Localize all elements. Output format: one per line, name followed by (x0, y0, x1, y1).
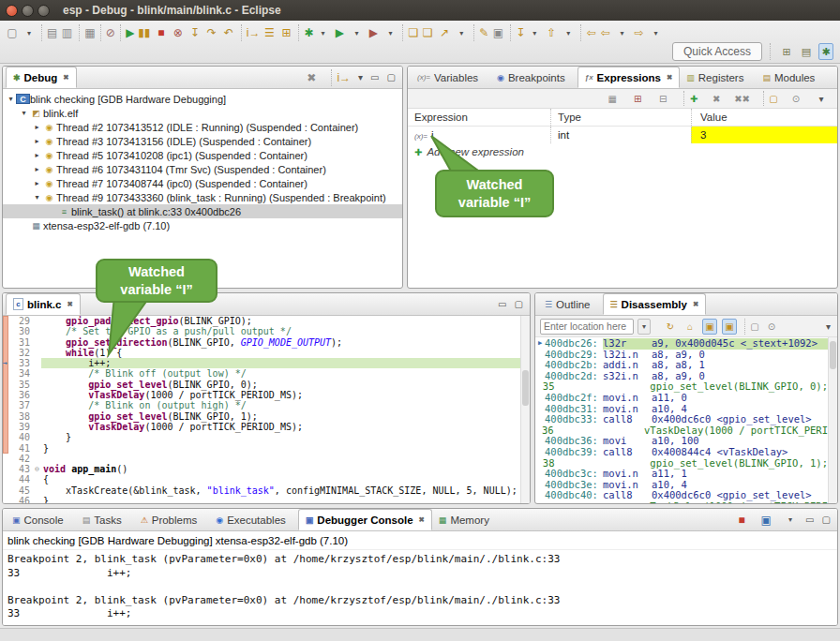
save-all-button[interactable]: ▥ (59, 24, 74, 41)
tab-executables[interactable]: ◉ Executables (209, 509, 298, 530)
close-button[interactable] (6, 5, 18, 17)
forward-dropdown[interactable]: ▾ (648, 24, 663, 41)
fold-icon[interactable] (33, 422, 41, 432)
open-resource-button[interactable]: ❏ (420, 24, 435, 41)
fold-icon[interactable] (33, 368, 41, 379)
tab-modules[interactable]: ▤ Modules (756, 67, 827, 88)
tree-item-thread-6[interactable]: ▸ ◉ Thread #6 1073431104 (Tmr Svc) (Susp… (3, 162, 402, 176)
refresh-view-button[interactable]: ↻ (663, 319, 678, 335)
new-view-button[interactable]: ▢ (744, 319, 759, 335)
next-annotation-button[interactable]: ⇧ (544, 24, 559, 41)
code-line[interactable]: → 33 i++; (3, 358, 520, 368)
tab-expressions[interactable]: ƒx Expressions ✖ (578, 67, 681, 88)
breakpoint-arrow-icon[interactable] (3, 337, 11, 348)
fold-icon[interactable] (33, 411, 41, 422)
code-line[interactable]: 36 vTaskDelay(1000 / portTICK_PERIOD_MS)… (3, 390, 520, 400)
instruction-stepping-toggle[interactable]: i→ (331, 69, 351, 86)
breakpoint-arrow-icon[interactable] (3, 380, 11, 390)
tree-item-thread-7[interactable]: ▸ ◉ Thread #7 1073408744 (ipc0) (Suspend… (3, 176, 402, 190)
fold-icon[interactable] (33, 474, 41, 484)
location-dropdown-icon[interactable]: ▾ (638, 319, 651, 335)
tab-tasks[interactable]: ▤ Tasks (76, 509, 134, 530)
toggle-mark-occurrences-button[interactable]: ▣ (490, 24, 505, 41)
breakpoint-arrow-icon[interactable] (3, 464, 11, 474)
breakpoint-arrow-icon[interactable] (3, 485, 11, 496)
next-annotation-dropdown[interactable]: ▾ (561, 24, 576, 41)
code-line[interactable]: 30 /* Set the GPIO as a push/pull output… (3, 326, 520, 336)
minimize-view-icon[interactable]: ▭ (805, 514, 814, 525)
tree-expand-arrow[interactable]: ▸ (32, 179, 42, 187)
editor-scrollbar[interactable] (520, 316, 530, 503)
close-tab-icon[interactable]: ✖ (67, 300, 72, 308)
pin-view-button[interactable]: ⊙ (764, 319, 779, 335)
fold-icon[interactable] (33, 432, 41, 442)
disassembly-line[interactable]: ▶ 400dbc26: l32ra9, 0x400d045c <_stext+1… (535, 338, 828, 350)
breakpoint-arrow-icon[interactable] (3, 454, 11, 464)
tree-item-thread-9[interactable]: ▾ ◉ Thread #9 1073433360 (blink_task : R… (3, 190, 402, 204)
code-line[interactable]: 32 while(1) { (3, 348, 520, 358)
disassembly-line[interactable]: 400dbc3c: movi.na11, 1 (535, 469, 828, 480)
breakpoint-arrow-icon[interactable] (3, 432, 11, 442)
tree-expand-arrow[interactable]: ▾ (32, 193, 42, 201)
fold-icon[interactable] (33, 316, 41, 326)
step-return-button[interactable]: ↶ (221, 24, 236, 41)
add-new-expression[interactable]: ✚ Add new expression (408, 143, 837, 160)
breakpoint-arrow-icon[interactable] (3, 443, 11, 454)
breakpoint-arrow-icon[interactable] (3, 326, 11, 336)
fold-icon[interactable] (33, 485, 41, 496)
code-line[interactable]: 41 } (3, 443, 520, 454)
sync-selection-toggle[interactable]: ▣ (722, 319, 737, 335)
run-button[interactable]: ▶ (332, 24, 347, 41)
forward-button[interactable]: ⇨ (631, 24, 646, 41)
show-logical-structure-button[interactable]: ⊞ (630, 91, 645, 106)
show-debug-elements-button[interactable]: ☰ (262, 24, 277, 41)
code-line[interactable]: 40 } (3, 432, 520, 442)
minimize-view-icon[interactable]: ▭ (498, 299, 506, 309)
close-tab-icon[interactable]: ✖ (693, 300, 698, 308)
tree-expand-arrow[interactable]: ▸ (32, 165, 42, 173)
disconnect-button[interactable]: ⊗ (171, 24, 186, 41)
back-button[interactable]: ⇦ (580, 24, 595, 41)
maximize-view-icon[interactable]: ▢ (387, 72, 396, 82)
fold-icon[interactable] (33, 443, 41, 454)
code-line[interactable]: 38 gpio_set_level(BLINK_GPIO, 1); (3, 411, 520, 422)
editor-content[interactable]: 29 gpio_pad_select_gpio(BLINK_GPIO); 30 … (3, 316, 530, 503)
fold-icon[interactable] (33, 380, 41, 390)
quick-access-button[interactable]: Quick Access (672, 42, 762, 61)
breakpoint-arrow-icon[interactable] (3, 496, 11, 503)
tab-outline[interactable]: ☰ Outline (538, 293, 603, 315)
last-edit-dropdown[interactable]: ▾ (527, 24, 542, 41)
breakpoint-arrow-icon[interactable] (3, 368, 11, 379)
tab-breakpoints[interactable]: ◉ Breakpoints (490, 67, 578, 88)
fold-icon[interactable] (33, 390, 41, 400)
run-dropdown[interactable]: ▾ (349, 24, 364, 41)
fold-icon[interactable] (33, 454, 41, 464)
tree-expand-arrow[interactable]: ▸ (32, 151, 42, 159)
home-button[interactable]: ⌂ (682, 319, 698, 335)
skip-all-breakpoints-button[interactable]: ⊘ (100, 24, 115, 41)
column-value[interactable]: Value (691, 109, 837, 126)
back-dropdown[interactable]: ▾ (614, 24, 629, 41)
fold-icon[interactable] (33, 326, 41, 336)
code-line[interactable]: 42 (3, 454, 520, 464)
tree-item-thread-2[interactable]: ▸ ◉ Thread #2 1073413512 (IDLE : Running… (3, 120, 402, 134)
show-source-toggle[interactable]: ▣ (702, 319, 717, 335)
back2-button[interactable]: ⇦ (597, 24, 612, 41)
code-line[interactable]: 35 gpio_set_level(BLINK_GPIO, 0); (3, 380, 520, 390)
remove-all-terminated-button[interactable]: ✖ (304, 69, 319, 86)
fold-icon[interactable] (33, 337, 41, 348)
breakpoint-arrow-icon[interactable] (3, 474, 11, 484)
tab-registers[interactable]: ▥ Registers (680, 67, 756, 88)
fold-icon[interactable] (33, 348, 41, 358)
save-button[interactable]: ▤ (41, 24, 57, 41)
build-button[interactable]: ▦ (79, 24, 95, 41)
suspend-button[interactable]: ▮▮ (137, 24, 152, 41)
tab-debug[interactable]: ✱ Debug ✖ (6, 67, 77, 88)
new-dropdown[interactable]: ▾ (22, 24, 37, 41)
close-tab-icon[interactable]: ✖ (419, 515, 425, 524)
tab-memory[interactable]: ▦ Memory (432, 509, 502, 530)
code-line[interactable]: 44 { (3, 474, 520, 484)
close-tab-icon[interactable]: ✖ (63, 73, 68, 82)
code-line[interactable]: 46 } (3, 496, 520, 503)
pin-view-button[interactable]: ⊙ (788, 91, 803, 106)
